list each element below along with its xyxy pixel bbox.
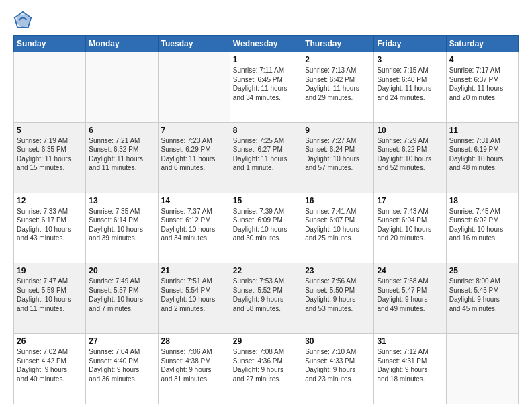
col-header-thursday: Thursday — [302, 36, 374, 52]
day-info: Sunrise: 7:27 AMSunset: 6:24 PMDaylight:… — [305, 136, 371, 173]
day-number: 17 — [377, 196, 443, 205]
day-cell: 21Sunrise: 7:51 AMSunset: 5:54 PMDayligh… — [158, 263, 230, 334]
day-info: Sunrise: 7:39 AMSunset: 6:09 PMDaylight:… — [233, 207, 299, 243]
day-cell: 1Sunrise: 7:11 AMSunset: 6:45 PMDaylight… — [230, 52, 302, 123]
day-info: Sunrise: 8:00 AMSunset: 5:45 PMDaylight:… — [449, 277, 515, 313]
day-number: 27 — [89, 336, 154, 346]
day-info: Sunrise: 7:37 AMSunset: 6:12 PMDaylight:… — [161, 207, 227, 243]
day-cell: 30Sunrise: 7:10 AMSunset: 4:33 PMDayligh… — [302, 334, 374, 404]
day-number: 28 — [161, 336, 227, 346]
day-info: Sunrise: 7:13 AMSunset: 6:42 PMDaylight:… — [305, 66, 371, 102]
day-info: Sunrise: 7:10 AMSunset: 4:33 PMDaylight:… — [305, 347, 371, 383]
day-number: 23 — [305, 266, 371, 275]
day-info: Sunrise: 7:08 AMSunset: 4:36 PMDaylight:… — [233, 347, 299, 383]
day-number: 5 — [17, 126, 83, 135]
day-info: Sunrise: 7:21 AMSunset: 6:32 PMDaylight:… — [89, 136, 154, 173]
day-info: Sunrise: 7:53 AMSunset: 5:52 PMDaylight:… — [233, 277, 299, 313]
day-number: 6 — [89, 126, 154, 135]
day-cell: 24Sunrise: 7:58 AMSunset: 5:47 PMDayligh… — [374, 263, 446, 334]
day-number: 19 — [17, 266, 83, 275]
day-cell: 22Sunrise: 7:53 AMSunset: 5:52 PMDayligh… — [230, 263, 302, 334]
day-cell: 11Sunrise: 7:31 AMSunset: 6:19 PMDayligh… — [446, 122, 518, 193]
day-number: 15 — [233, 196, 299, 205]
day-info: Sunrise: 7:31 AMSunset: 6:19 PMDaylight:… — [449, 136, 515, 173]
col-header-friday: Friday — [374, 36, 446, 52]
day-cell — [446, 334, 518, 404]
day-info: Sunrise: 7:43 AMSunset: 6:04 PMDaylight:… — [377, 207, 443, 243]
day-number: 29 — [233, 336, 299, 346]
col-header-sunday: Sunday — [14, 36, 86, 52]
day-cell: 10Sunrise: 7:29 AMSunset: 6:22 PMDayligh… — [374, 122, 446, 193]
day-info: Sunrise: 7:04 AMSunset: 4:40 PMDaylight:… — [89, 347, 154, 383]
day-number: 4 — [449, 55, 515, 64]
day-cell: 9Sunrise: 7:27 AMSunset: 6:24 PMDaylight… — [302, 122, 374, 193]
day-info: Sunrise: 7:19 AMSunset: 6:35 PMDaylight:… — [17, 136, 83, 173]
day-cell: 8Sunrise: 7:25 AMSunset: 6:27 PMDaylight… — [230, 122, 302, 193]
day-cell: 27Sunrise: 7:04 AMSunset: 4:40 PMDayligh… — [86, 334, 158, 404]
day-cell: 7Sunrise: 7:23 AMSunset: 6:29 PMDaylight… — [158, 122, 230, 193]
day-cell: 20Sunrise: 7:49 AMSunset: 5:57 PMDayligh… — [86, 263, 158, 334]
day-cell: 23Sunrise: 7:56 AMSunset: 5:50 PMDayligh… — [302, 263, 374, 334]
day-number: 20 — [89, 266, 154, 275]
day-cell: 5Sunrise: 7:19 AMSunset: 6:35 PMDaylight… — [14, 122, 86, 193]
day-info: Sunrise: 7:33 AMSunset: 6:17 PMDaylight:… — [17, 207, 83, 243]
day-number: 21 — [161, 266, 227, 275]
logo — [13, 11, 35, 30]
day-number: 26 — [17, 336, 83, 346]
day-cell: 17Sunrise: 7:43 AMSunset: 6:04 PMDayligh… — [374, 193, 446, 263]
day-cell: 15Sunrise: 7:39 AMSunset: 6:09 PMDayligh… — [230, 193, 302, 263]
day-cell — [158, 52, 230, 123]
day-info: Sunrise: 7:51 AMSunset: 5:54 PMDaylight:… — [161, 277, 227, 313]
header — [13, 11, 519, 30]
week-row-4: 26Sunrise: 7:02 AMSunset: 4:42 PMDayligh… — [14, 334, 519, 404]
day-cell — [86, 52, 158, 123]
day-info: Sunrise: 7:06 AMSunset: 4:38 PMDaylight:… — [161, 347, 227, 383]
week-row-3: 19Sunrise: 7:47 AMSunset: 5:59 PMDayligh… — [14, 263, 519, 334]
day-cell: 19Sunrise: 7:47 AMSunset: 5:59 PMDayligh… — [14, 263, 86, 334]
day-number: 7 — [161, 126, 227, 135]
day-info: Sunrise: 7:47 AMSunset: 5:59 PMDaylight:… — [17, 277, 83, 313]
day-cell: 25Sunrise: 8:00 AMSunset: 5:45 PMDayligh… — [446, 263, 518, 334]
day-info: Sunrise: 7:56 AMSunset: 5:50 PMDaylight:… — [305, 277, 371, 313]
day-info: Sunrise: 7:15 AMSunset: 6:40 PMDaylight:… — [377, 66, 443, 102]
day-info: Sunrise: 7:17 AMSunset: 6:37 PMDaylight:… — [449, 66, 515, 102]
day-number: 9 — [305, 126, 371, 135]
day-number: 30 — [305, 336, 371, 346]
day-info: Sunrise: 7:29 AMSunset: 6:22 PMDaylight:… — [377, 136, 443, 173]
week-row-1: 5Sunrise: 7:19 AMSunset: 6:35 PMDaylight… — [14, 122, 519, 193]
col-header-saturday: Saturday — [446, 36, 518, 52]
day-cell: 6Sunrise: 7:21 AMSunset: 6:32 PMDaylight… — [86, 122, 158, 193]
day-number: 10 — [377, 126, 443, 135]
day-number: 31 — [377, 336, 443, 346]
day-info: Sunrise: 7:41 AMSunset: 6:07 PMDaylight:… — [305, 207, 371, 243]
day-cell: 29Sunrise: 7:08 AMSunset: 4:36 PMDayligh… — [230, 334, 302, 404]
calendar-table: SundayMondayTuesdayWednesdayThursdayFrid… — [13, 35, 519, 404]
week-row-0: 1Sunrise: 7:11 AMSunset: 6:45 PMDaylight… — [14, 52, 519, 123]
logo-icon — [13, 11, 32, 30]
day-cell: 3Sunrise: 7:15 AMSunset: 6:40 PMDaylight… — [374, 52, 446, 123]
day-number: 12 — [17, 196, 83, 205]
col-header-wednesday: Wednesday — [230, 36, 302, 52]
day-number: 24 — [377, 266, 443, 275]
day-number: 3 — [377, 55, 443, 64]
day-cell: 26Sunrise: 7:02 AMSunset: 4:42 PMDayligh… — [14, 334, 86, 404]
day-cell: 31Sunrise: 7:12 AMSunset: 4:31 PMDayligh… — [374, 334, 446, 404]
day-number: 2 — [305, 55, 371, 64]
week-row-2: 12Sunrise: 7:33 AMSunset: 6:17 PMDayligh… — [14, 193, 519, 263]
day-info: Sunrise: 7:02 AMSunset: 4:42 PMDaylight:… — [17, 347, 83, 383]
day-number: 25 — [449, 266, 515, 275]
day-cell: 13Sunrise: 7:35 AMSunset: 6:14 PMDayligh… — [86, 193, 158, 263]
day-number: 14 — [161, 196, 227, 205]
day-number: 18 — [449, 196, 515, 205]
day-number: 8 — [233, 126, 299, 135]
day-info: Sunrise: 7:58 AMSunset: 5:47 PMDaylight:… — [377, 277, 443, 313]
day-number: 11 — [449, 126, 515, 135]
day-number: 1 — [233, 55, 299, 64]
day-number: 16 — [305, 196, 371, 205]
day-info: Sunrise: 7:12 AMSunset: 4:31 PMDaylight:… — [377, 347, 443, 383]
header-row: SundayMondayTuesdayWednesdayThursdayFrid… — [14, 36, 519, 52]
day-info: Sunrise: 7:49 AMSunset: 5:57 PMDaylight:… — [89, 277, 154, 313]
day-cell: 18Sunrise: 7:45 AMSunset: 6:02 PMDayligh… — [446, 193, 518, 263]
day-info: Sunrise: 7:23 AMSunset: 6:29 PMDaylight:… — [161, 136, 227, 173]
day-cell: 12Sunrise: 7:33 AMSunset: 6:17 PMDayligh… — [14, 193, 86, 263]
